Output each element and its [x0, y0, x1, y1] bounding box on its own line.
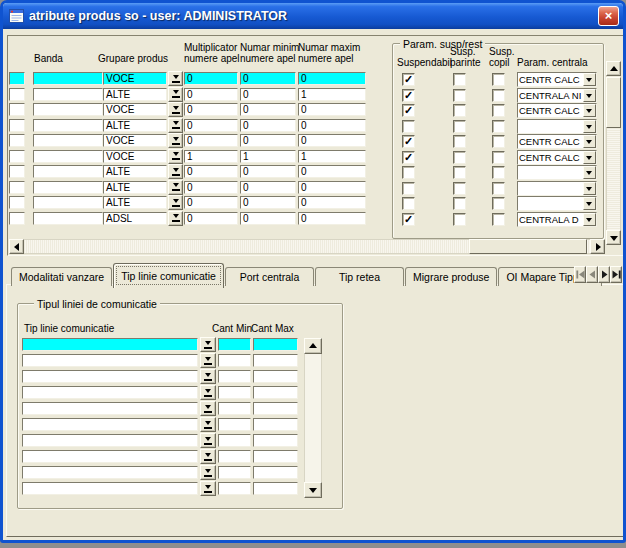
param-centrala-dropdown[interactable]: CENTR CALC	[517, 72, 597, 87]
susp-parinte-checkbox[interactable]	[453, 89, 466, 102]
susp-copil-checkbox[interactable]	[492, 166, 505, 179]
grupare-produs-field[interactable]: VOCE	[103, 150, 167, 163]
numar-maxim-field[interactable]: 0	[298, 72, 366, 85]
cant-max-field[interactable]	[253, 434, 298, 447]
numar-minim-field[interactable]: 0	[240, 134, 296, 147]
tip-linie-lov-button[interactable]	[200, 385, 216, 400]
suspendabil-checkbox[interactable]	[402, 135, 415, 148]
multiplicator-field[interactable]: 0	[184, 181, 238, 194]
tip-linie-lov-button[interactable]	[200, 449, 216, 464]
suspendabil-checkbox[interactable]	[402, 197, 415, 210]
tab-scroll-first-button[interactable]	[574, 266, 586, 283]
row-indicator-field[interactable]	[9, 212, 25, 225]
row-indicator-field[interactable]	[9, 196, 25, 209]
tip-linie-comunicatie-field[interactable]	[22, 466, 198, 479]
row-indicator-field[interactable]	[9, 181, 25, 194]
row-indicator-field[interactable]	[9, 165, 25, 178]
tip-linie-lov-button[interactable]	[200, 401, 216, 416]
banda-field[interactable]	[33, 134, 103, 147]
numar-minim-field[interactable]: 0	[240, 88, 296, 101]
scroll-up-button[interactable]	[304, 338, 322, 354]
susp-parinte-checkbox[interactable]	[453, 166, 466, 179]
numar-maxim-field[interactable]: 0	[298, 134, 366, 147]
grupare-produs-lov-button[interactable]	[168, 102, 183, 117]
scroll-left-button[interactable]	[9, 239, 24, 254]
cant-max-field[interactable]	[253, 354, 298, 367]
tip-linie-lov-button[interactable]	[200, 465, 216, 480]
cant-min-field[interactable]	[218, 338, 251, 351]
cant-max-field[interactable]	[253, 370, 298, 383]
susp-parinte-checkbox[interactable]	[453, 197, 466, 210]
susp-copil-checkbox[interactable]	[492, 73, 505, 86]
tip-linie-comunicatie-field[interactable]	[22, 386, 198, 399]
cant-min-field[interactable]	[218, 482, 251, 495]
multiplicator-field[interactable]: 1	[184, 150, 238, 163]
susp-copil-checkbox[interactable]	[492, 120, 505, 133]
cant-max-field[interactable]	[253, 402, 298, 415]
grupare-produs-lov-button[interactable]	[168, 71, 183, 86]
grupare-produs-lov-button[interactable]	[168, 87, 183, 102]
cant-max-field[interactable]	[253, 338, 298, 351]
grupare-produs-field[interactable]: VOCE	[103, 72, 167, 85]
suspendabil-checkbox[interactable]	[402, 151, 415, 164]
grupare-produs-field[interactable]: ALTE	[103, 119, 167, 132]
susp-parinte-checkbox[interactable]	[453, 73, 466, 86]
numar-minim-field[interactable]: 0	[240, 212, 296, 225]
susp-copil-checkbox[interactable]	[492, 197, 505, 210]
grupare-produs-field[interactable]: ADSL	[103, 212, 167, 225]
chevron-down-icon[interactable]	[583, 73, 596, 86]
susp-parinte-checkbox[interactable]	[453, 182, 466, 195]
tab[interactable]: Tip linie comunicatie	[113, 263, 224, 288]
param-centrala-dropdown[interactable]: CENTR CALC	[517, 150, 597, 165]
grupare-produs-lov-button[interactable]	[168, 195, 183, 210]
grupare-produs-field[interactable]: ALTE	[103, 88, 167, 101]
scroll-down-button[interactable]	[304, 482, 322, 498]
numar-maxim-field[interactable]: 0	[298, 119, 366, 132]
scroll-up-button[interactable]	[606, 61, 621, 76]
tip-linie-lov-button[interactable]	[200, 481, 216, 496]
banda-field[interactable]	[33, 72, 103, 85]
multiplicator-field[interactable]: 0	[184, 196, 238, 209]
tip-linie-comunicatie-field[interactable]	[22, 354, 198, 367]
numar-maxim-field[interactable]: 0	[298, 181, 366, 194]
row-indicator-field[interactable]	[9, 119, 25, 132]
banda-field[interactable]	[33, 196, 103, 209]
vertical-scroll-thumb[interactable]	[606, 77, 621, 128]
bottom-vertical-scrollbar[interactable]	[304, 338, 322, 498]
grupare-produs-field[interactable]: ALTE	[103, 196, 167, 209]
numar-maxim-field[interactable]: 0	[298, 103, 366, 116]
tab-scroll-previous-button[interactable]	[586, 266, 598, 283]
chevron-down-icon[interactable]	[583, 151, 596, 164]
tab[interactable]: Tip retea	[315, 267, 404, 286]
tip-linie-comunicatie-field[interactable]	[22, 482, 198, 495]
cant-min-field[interactable]	[218, 466, 251, 479]
tip-linie-comunicatie-field[interactable]	[22, 402, 198, 415]
multiplicator-field[interactable]: 0	[184, 119, 238, 132]
tip-linie-lov-button[interactable]	[200, 353, 216, 368]
numar-maxim-field[interactable]: 0	[298, 212, 366, 225]
banda-field[interactable]	[33, 119, 103, 132]
grupare-produs-lov-button[interactable]	[168, 211, 183, 226]
chevron-down-icon[interactable]	[583, 135, 596, 148]
chevron-down-icon[interactable]	[583, 120, 596, 133]
numar-minim-field[interactable]: 1	[240, 150, 296, 163]
susp-parinte-checkbox[interactable]	[453, 120, 466, 133]
cant-min-field[interactable]	[218, 418, 251, 431]
param-centrala-dropdown[interactable]: CENTR CALC	[517, 103, 597, 118]
tip-linie-lov-button[interactable]	[200, 337, 216, 352]
cant-max-field[interactable]	[253, 418, 298, 431]
row-indicator-field[interactable]	[9, 88, 25, 101]
multiplicator-field[interactable]: 0	[184, 72, 238, 85]
suspendabil-checkbox[interactable]	[402, 73, 415, 86]
susp-parinte-checkbox[interactable]	[453, 213, 466, 226]
susp-copil-checkbox[interactable]	[492, 104, 505, 117]
multiplicator-field[interactable]: 0	[184, 212, 238, 225]
scroll-down-button[interactable]	[606, 230, 621, 245]
cant-min-field[interactable]	[218, 370, 251, 383]
susp-copil-checkbox[interactable]	[492, 89, 505, 102]
numar-maxim-field[interactable]: 0	[298, 196, 366, 209]
numar-minim-field[interactable]: 0	[240, 72, 296, 85]
tip-linie-comunicatie-field[interactable]	[22, 370, 198, 383]
numar-maxim-field[interactable]: 1	[298, 88, 366, 101]
grupare-produs-field[interactable]: VOCE	[103, 134, 167, 147]
